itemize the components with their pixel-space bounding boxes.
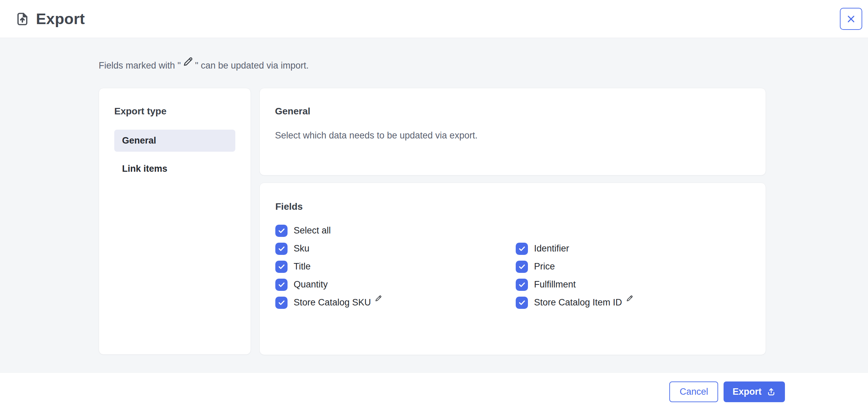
checkbox-row-quantity[interactable]: Quantity [275,278,516,291]
pencil-icon [182,56,194,68]
export-button-label: Export [732,387,762,397]
general-card: General Select which data needs to be up… [259,88,766,175]
checkbox-label: Identifier [534,243,569,254]
close-button[interactable] [840,8,862,30]
checkbox-label: Store Catalog Item ID [534,297,622,308]
sidebar-item-label: Link items [122,164,167,174]
sidebar-item-label: General [122,135,156,146]
right-column: General Select which data needs to be up… [259,88,766,355]
pencil-icon [626,295,633,302]
sidebar-item-general[interactable]: General [114,130,235,152]
checkbox-row-store-catalog-sku[interactable]: Store Catalog SKU [275,296,516,309]
import-note: Fields marked with "" can be updated via… [99,60,868,71]
checkbox-checked-icon[interactable] [275,297,288,309]
checkbox-row-sku[interactable]: Sku [275,242,516,255]
checkbox-checked-icon[interactable] [275,225,288,237]
checkbox-label: Price [534,261,555,272]
checkbox-row-price[interactable]: Price [516,260,750,273]
checkbox-checked-icon[interactable] [275,279,288,291]
pencil-icon [374,295,382,302]
checkbox-checked-icon[interactable] [516,261,528,273]
checkbox-checked-icon[interactable] [275,243,288,255]
export-type-title: Export type [114,106,235,117]
checkbox-row-title[interactable]: Title [275,260,516,273]
checkbox-label: Sku [294,243,310,254]
export-type-panel: Export type General Link items [99,88,251,355]
general-description: Select which data needs to be updated vi… [275,130,750,141]
content-row: Export type General Link items General S… [99,88,766,355]
checkbox-checked-icon[interactable] [516,279,528,291]
close-icon [846,14,856,24]
note-prefix: Fields marked with " [99,60,181,71]
modal-footer: Cancel Export [0,372,868,411]
checkbox-row-store-catalog-item-id[interactable]: Store Catalog Item ID [516,296,750,309]
checkbox-checked-icon[interactable] [516,243,528,255]
checkbox-label: Quantity [294,279,328,290]
cancel-button[interactable]: Cancel [669,381,718,402]
checkbox-checked-icon[interactable] [275,261,288,273]
fields-title: Fields [275,201,750,212]
page-title: Export [36,10,85,28]
title-wrap: Export [15,10,85,28]
note-suffix: " can be updated via import. [195,60,309,71]
checkbox-label: Store Catalog SKU [294,297,371,308]
checkbox-label: Fulfillment [534,279,576,290]
checkbox-row-select-all[interactable]: Select all [275,224,516,237]
checkbox-label: Select all [294,225,331,236]
general-title: General [275,106,750,117]
modal-header: Export [0,0,868,38]
upload-icon [766,387,776,397]
modal-body: Fields marked with "" can be updated via… [0,38,868,372]
export-modal: Export Fields marked with "" can be upda… [0,0,868,411]
checkbox-row-fulfillment[interactable]: Fulfillment [516,278,750,291]
checkbox-row-identifier[interactable]: Identifier [516,242,750,255]
fields-card: Fields Select all [259,183,766,355]
grid-spacer [516,224,750,237]
file-export-icon [15,11,30,27]
export-type-list: General Link items [114,130,235,180]
fields-grid: Select all Sku [275,224,750,309]
sidebar-item-link-items[interactable]: Link items [114,158,235,180]
checkbox-label: Title [294,261,311,272]
checkbox-checked-icon[interactable] [516,297,528,309]
export-button[interactable]: Export [724,381,785,402]
